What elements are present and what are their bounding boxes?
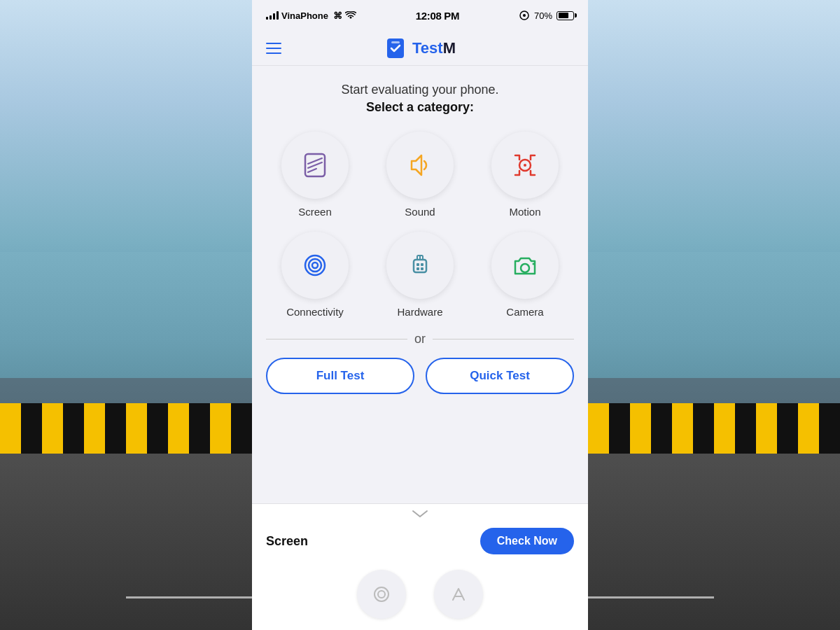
hardware-label: Hardware (397, 306, 442, 318)
category-sound[interactable]: Sound (371, 132, 469, 218)
status-time: 12:08 PM (416, 10, 460, 22)
quick-test-button[interactable]: Quick Test (426, 358, 574, 394)
header-section: Start evaluating your phone. Select a ca… (266, 83, 574, 115)
signal-bar-4 (276, 11, 279, 20)
svg-rect-18 (416, 267, 419, 270)
menu-line-1 (266, 43, 281, 44)
top-nav: TestM (252, 31, 588, 66)
signal-bar-3 (273, 13, 275, 20)
app-logo: TestM (384, 37, 456, 59)
check-now-button[interactable]: Check Now (480, 528, 574, 554)
status-bar: VinaPhone ⌘︎ 12:08 PM 70% (252, 0, 588, 31)
screen-label: Screen (298, 206, 332, 218)
wifi-svg-icon (345, 11, 356, 20)
svg-rect-16 (416, 263, 419, 266)
app-name: TestM (412, 39, 456, 57)
phone-screen: VinaPhone ⌘︎ 12:08 PM 70% (252, 0, 588, 630)
sound-label: Sound (405, 206, 435, 218)
camera-icon (510, 250, 540, 281)
screen-icon (300, 150, 330, 181)
svg-rect-17 (421, 263, 424, 266)
category-motion[interactable]: Motion (476, 132, 574, 218)
screen-record-icon (519, 10, 530, 21)
mini-circle-1 (357, 570, 406, 619)
svg-point-1 (523, 14, 526, 17)
divider-section: or (266, 332, 574, 346)
wifi-icon: ⌘︎ (333, 10, 342, 21)
svg-point-12 (312, 262, 318, 268)
svg-rect-13 (414, 260, 426, 272)
connectivity-circle (281, 232, 349, 299)
battery-percent: 70% (534, 10, 552, 21)
bottom-label: Screen (266, 534, 308, 549)
svg-rect-19 (421, 267, 424, 270)
category-screen[interactable]: Screen (266, 132, 364, 218)
full-test-button[interactable]: Full Test (266, 358, 414, 394)
status-left: VinaPhone ⌘︎ (266, 10, 356, 21)
mini-circle-2 (434, 570, 483, 619)
divider-right (433, 339, 574, 340)
mini-icon-1 (370, 583, 393, 606)
svg-point-23 (378, 591, 385, 598)
motion-label: Motion (509, 206, 540, 218)
mini-icon-2 (447, 583, 470, 606)
category-connectivity[interactable]: Connectivity (266, 232, 364, 318)
chevron-icon (410, 508, 430, 519)
screen-circle (281, 132, 349, 199)
category-grid: Screen Sound (266, 132, 574, 318)
svg-point-21 (533, 263, 535, 265)
connectivity-icon (300, 250, 330, 281)
hardware-circle (386, 232, 454, 299)
category-camera[interactable]: Camera (476, 232, 574, 318)
svg-point-9 (524, 164, 526, 167)
svg-point-11 (309, 259, 321, 272)
svg-point-22 (374, 587, 388, 601)
divider-text: or (414, 332, 426, 346)
menu-line-3 (266, 52, 281, 54)
motion-icon (510, 150, 540, 181)
carrier-name: VinaPhone (281, 10, 328, 21)
hardware-icon (405, 250, 435, 281)
svg-line-7 (308, 169, 316, 172)
sound-circle (386, 132, 454, 199)
category-hardware[interactable]: Hardware (371, 232, 469, 318)
bottom-chevron (252, 504, 588, 521)
divider-left (266, 339, 407, 340)
main-content: Start evaluating your phone. Select a ca… (252, 66, 588, 503)
header-line1: Start evaluating your phone. (266, 83, 574, 97)
camera-circle (491, 232, 559, 299)
battery-icon (556, 11, 574, 20)
header-line2: Select a category: (266, 100, 574, 115)
sound-icon (405, 150, 435, 181)
bottom-row: Screen Check Now (252, 521, 588, 564)
logo-icon (384, 37, 407, 59)
bottom-panel: Screen Check Now (252, 503, 588, 630)
connectivity-label: Connectivity (286, 306, 344, 318)
motion-circle (491, 132, 559, 199)
status-right: 70% (519, 10, 574, 21)
menu-line-2 (266, 48, 281, 49)
signal-bar-2 (270, 15, 272, 20)
action-buttons: Full Test Quick Test (266, 358, 574, 394)
camera-label: Camera (506, 306, 543, 318)
svg-point-20 (521, 264, 529, 272)
bottom-mini-icons (252, 564, 588, 630)
phone-frame: VinaPhone ⌘︎ 12:08 PM 70% (252, 0, 588, 630)
menu-button[interactable] (266, 43, 281, 54)
signal-bar-1 (266, 17, 268, 20)
signal-icon (266, 11, 279, 20)
svg-rect-3 (391, 41, 400, 43)
